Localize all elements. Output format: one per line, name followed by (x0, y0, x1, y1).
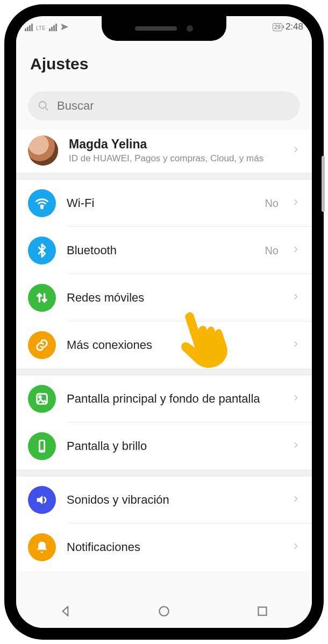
svg-point-7 (159, 606, 168, 616)
battery-icon: 29 (273, 23, 282, 31)
row-value: No (265, 245, 279, 257)
link-icon (28, 331, 56, 359)
svg-point-4 (39, 396, 41, 398)
row-mobile-networks[interactable]: Redes móviles (16, 274, 312, 321)
sound-icon (28, 486, 56, 514)
speaker (135, 26, 177, 31)
account-subtitle: ID de HUAWEI, Pagos y compras, Cloud, y … (69, 153, 281, 164)
nav-recent[interactable] (255, 604, 269, 620)
page-title: Ajustes (16, 38, 312, 83)
svg-point-2 (41, 207, 42, 209)
account-name: Magda Yelina (69, 137, 281, 152)
row-label: Pantalla principal y fondo de pantalla (67, 391, 281, 406)
phone-icon (28, 432, 56, 460)
signal-icons: LTE (25, 23, 69, 31)
search-input[interactable] (56, 98, 290, 113)
chevron-right-icon (291, 195, 300, 212)
svg-rect-8 (259, 607, 267, 615)
row-home-wallpaper[interactable]: Pantalla principal y fondo de pantalla (16, 375, 312, 423)
row-wifi[interactable]: Wi-Fi No (16, 180, 312, 227)
image-icon (28, 385, 56, 413)
svg-point-0 (39, 102, 46, 109)
chevron-right-icon (291, 242, 300, 259)
bell-icon (28, 533, 56, 561)
send-icon (60, 23, 69, 31)
chevron-right-icon (291, 539, 300, 556)
row-label: Más conexiones (67, 338, 281, 352)
row-label: Notificaciones (67, 540, 281, 554)
chevron-right-icon (291, 289, 300, 306)
chevron-right-icon (291, 142, 300, 159)
bluetooth-icon (28, 237, 56, 264)
row-bluetooth[interactable]: Bluetooth No (16, 227, 312, 274)
row-label: Sonidos y vibración (67, 493, 281, 507)
chevron-right-icon (291, 438, 300, 455)
signal-bars-icon (49, 24, 57, 31)
clock: 2:48 (286, 22, 303, 32)
chevron-right-icon (291, 337, 300, 354)
avatar (28, 135, 58, 166)
row-label: Bluetooth (67, 244, 254, 257)
chevron-right-icon (291, 491, 300, 509)
mobile-data-icon (28, 284, 56, 312)
row-label: Wi-Fi (67, 196, 254, 210)
chevron-right-icon (291, 390, 300, 407)
row-label: Redes móviles (67, 291, 281, 305)
notch (102, 16, 226, 41)
row-notifications[interactable]: Notificaciones (16, 524, 312, 571)
settings-page: Ajustes Magda Yelina ID de HUAWEI, Pagos… (16, 38, 312, 571)
wifi-icon (28, 189, 56, 217)
nav-back[interactable] (59, 604, 73, 620)
row-display-brightness[interactable]: Pantalla y brillo (16, 423, 312, 470)
nav-home[interactable] (157, 604, 171, 620)
phone-frame: LTE 29 2:48 Ajustes Magda Yelina (4, 4, 324, 640)
search-field[interactable] (28, 91, 300, 120)
row-label: Pantalla y brillo (67, 439, 281, 453)
front-camera (187, 25, 193, 32)
side-button[interactable] (322, 156, 325, 212)
row-sound-vibration[interactable]: Sonidos y vibración (16, 476, 312, 524)
search-icon (38, 100, 49, 112)
screen: LTE 29 2:48 Ajustes Magda Yelina (16, 16, 312, 628)
signal-bars-icon (25, 24, 33, 31)
row-more-connections[interactable]: Más conexiones (16, 321, 312, 369)
nav-bar (16, 597, 312, 628)
lte-label: LTE (36, 26, 46, 31)
account-row[interactable]: Magda Yelina ID de HUAWEI, Pagos y compr… (16, 130, 312, 173)
svg-line-1 (45, 108, 48, 110)
row-value: No (265, 197, 279, 210)
